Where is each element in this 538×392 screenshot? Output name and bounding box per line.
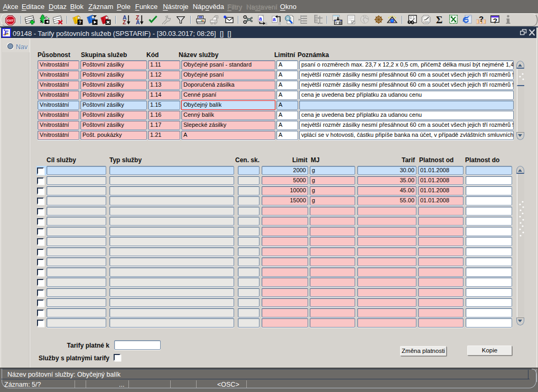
- svg-text:Σ: Σ: [436, 15, 442, 24]
- svg-text:?: ?: [493, 17, 497, 25]
- svg-text:a: a: [259, 16, 262, 22]
- svg-text:a: a: [273, 16, 276, 22]
- svg-text:a: a: [265, 21, 267, 25]
- svg-text:?: ?: [478, 15, 483, 23]
- svg-text:a: a: [278, 21, 281, 25]
- svg-text:?: ?: [79, 20, 82, 25]
- svg-text:Z: Z: [123, 19, 126, 25]
- svg-text:A: A: [136, 19, 140, 25]
- svg-text:1315: 1315: [423, 21, 429, 23]
- svg-text:EXIT: EXIT: [7, 19, 14, 22]
